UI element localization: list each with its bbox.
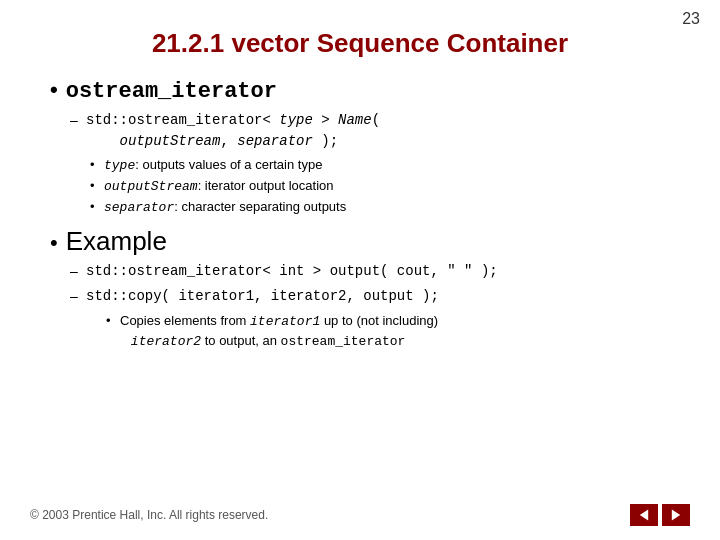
dot-outputstream: • xyxy=(90,177,98,195)
nav-buttons xyxy=(630,504,690,526)
slide-number: 23 xyxy=(682,10,700,28)
separator-text: separator: character separating outputs xyxy=(104,198,346,217)
section2-bullet: • Example xyxy=(50,226,680,257)
bullet-separator: • separator: character separating output… xyxy=(90,198,680,217)
dot-copies: • xyxy=(106,311,114,331)
section2-code-1: std::ostream_iterator< int > output( cou… xyxy=(86,261,498,282)
section1-dashitem: – std::ostream_iterator< type > Name( ou… xyxy=(70,110,680,152)
code-line-2: outputStream, separator ); xyxy=(86,131,380,152)
dash-2: – xyxy=(70,261,80,282)
dash-1: – xyxy=(70,110,80,131)
dash-3: – xyxy=(70,286,80,307)
section1-code-block: std::ostream_iterator< type > Name( outp… xyxy=(86,110,380,152)
bullet-type: • type: outputs values of a certain type xyxy=(90,156,680,175)
footer: © 2003 Prentice Hall, Inc. All rights re… xyxy=(30,504,690,526)
section2-code-2: std::copy( iterator1, iterator2, output … xyxy=(86,286,439,307)
section1-bullets: • type: outputs values of a certain type… xyxy=(90,156,680,218)
bullet-outputstream: • outputStream: iterator output location xyxy=(90,177,680,196)
section2-sublist: – std::ostream_iterator< int > output( c… xyxy=(70,261,680,352)
section2-dashitem-2: – std::copy( iterator1, iterator2, outpu… xyxy=(70,286,680,307)
footer-copyright: © 2003 Prentice Hall, Inc. All rights re… xyxy=(30,508,268,522)
section1-bullet: • ostream_iterator xyxy=(50,77,680,104)
section1-bullet-text: ostream_iterator xyxy=(66,79,277,104)
copies-bullet-list: • Copies elements from iterator1 up to (… xyxy=(90,311,680,352)
slide-title: 21.2.1 vector Sequence Container xyxy=(40,28,680,59)
outputstream-text: outputStream: iterator output location xyxy=(104,177,333,196)
section2-dashitem-1: – std::ostream_iterator< int > output( c… xyxy=(70,261,680,282)
dot-type: • xyxy=(90,156,98,174)
svg-marker-1 xyxy=(672,509,680,520)
next-icon xyxy=(669,508,683,522)
type-text: type: outputs values of a certain type xyxy=(104,156,322,175)
slide: 23 21.2.1 vector Sequence Container • os… xyxy=(0,0,720,540)
copies-bullet: • Copies elements from iterator1 up to (… xyxy=(106,311,680,352)
code-line-1: std::ostream_iterator< type > Name( xyxy=(86,110,380,131)
prev-icon xyxy=(637,508,651,522)
prev-button[interactable] xyxy=(630,504,658,526)
bullet-dot-2: • xyxy=(50,230,58,256)
next-button[interactable] xyxy=(662,504,690,526)
copies-text: Copies elements from iterator1 up to (no… xyxy=(120,311,438,352)
svg-marker-0 xyxy=(640,509,648,520)
section1-sublist: – std::ostream_iterator< type > Name( ou… xyxy=(70,110,680,218)
section2-bullet-text: Example xyxy=(66,226,167,257)
bullet-dot-1: • xyxy=(50,77,58,103)
dot-separator: • xyxy=(90,198,98,216)
